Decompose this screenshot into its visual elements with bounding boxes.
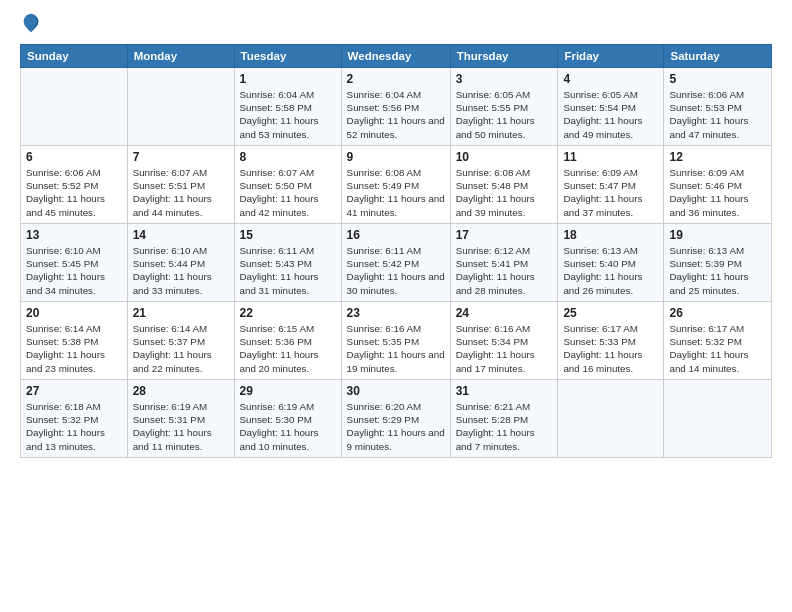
day-number: 1 (240, 72, 336, 86)
day-detail: Sunrise: 6:13 AMSunset: 5:39 PMDaylight:… (669, 244, 766, 297)
day-number: 16 (347, 228, 445, 242)
day-detail: Sunrise: 6:13 AMSunset: 5:40 PMDaylight:… (563, 244, 658, 297)
day-detail: Sunrise: 6:16 AMSunset: 5:34 PMDaylight:… (456, 322, 553, 375)
calendar-cell: 28Sunrise: 6:19 AMSunset: 5:31 PMDayligh… (127, 380, 234, 458)
calendar-cell: 24Sunrise: 6:16 AMSunset: 5:34 PMDayligh… (450, 302, 558, 380)
day-detail: Sunrise: 6:12 AMSunset: 5:41 PMDaylight:… (456, 244, 553, 297)
day-detail: Sunrise: 6:05 AMSunset: 5:55 PMDaylight:… (456, 88, 553, 141)
day-number: 23 (347, 306, 445, 320)
calendar-week-3: 13Sunrise: 6:10 AMSunset: 5:45 PMDayligh… (21, 224, 772, 302)
day-number: 12 (669, 150, 766, 164)
weekday-header-monday: Monday (127, 45, 234, 68)
day-number: 3 (456, 72, 553, 86)
weekday-header-tuesday: Tuesday (234, 45, 341, 68)
header (20, 16, 772, 34)
day-detail: Sunrise: 6:05 AMSunset: 5:54 PMDaylight:… (563, 88, 658, 141)
calendar-cell: 12Sunrise: 6:09 AMSunset: 5:46 PMDayligh… (664, 146, 772, 224)
day-detail: Sunrise: 6:08 AMSunset: 5:49 PMDaylight:… (347, 166, 445, 219)
calendar-cell: 21Sunrise: 6:14 AMSunset: 5:37 PMDayligh… (127, 302, 234, 380)
day-detail: Sunrise: 6:07 AMSunset: 5:51 PMDaylight:… (133, 166, 229, 219)
day-detail: Sunrise: 6:14 AMSunset: 5:37 PMDaylight:… (133, 322, 229, 375)
day-number: 20 (26, 306, 122, 320)
calendar-cell: 29Sunrise: 6:19 AMSunset: 5:30 PMDayligh… (234, 380, 341, 458)
day-detail: Sunrise: 6:11 AMSunset: 5:43 PMDaylight:… (240, 244, 336, 297)
calendar-cell (21, 68, 128, 146)
calendar-cell: 2Sunrise: 6:04 AMSunset: 5:56 PMDaylight… (341, 68, 450, 146)
calendar-cell (127, 68, 234, 146)
day-number: 29 (240, 384, 336, 398)
day-number: 15 (240, 228, 336, 242)
logo (20, 16, 44, 34)
calendar-week-1: 1Sunrise: 6:04 AMSunset: 5:58 PMDaylight… (21, 68, 772, 146)
calendar-cell: 19Sunrise: 6:13 AMSunset: 5:39 PMDayligh… (664, 224, 772, 302)
day-detail: Sunrise: 6:09 AMSunset: 5:47 PMDaylight:… (563, 166, 658, 219)
calendar-cell: 11Sunrise: 6:09 AMSunset: 5:47 PMDayligh… (558, 146, 664, 224)
day-detail: Sunrise: 6:10 AMSunset: 5:45 PMDaylight:… (26, 244, 122, 297)
day-detail: Sunrise: 6:04 AMSunset: 5:58 PMDaylight:… (240, 88, 336, 141)
calendar-cell: 16Sunrise: 6:11 AMSunset: 5:42 PMDayligh… (341, 224, 450, 302)
calendar-cell: 23Sunrise: 6:16 AMSunset: 5:35 PMDayligh… (341, 302, 450, 380)
day-detail: Sunrise: 6:16 AMSunset: 5:35 PMDaylight:… (347, 322, 445, 375)
day-detail: Sunrise: 6:11 AMSunset: 5:42 PMDaylight:… (347, 244, 445, 297)
day-detail: Sunrise: 6:14 AMSunset: 5:38 PMDaylight:… (26, 322, 122, 375)
day-number: 8 (240, 150, 336, 164)
day-number: 11 (563, 150, 658, 164)
day-number: 19 (669, 228, 766, 242)
calendar-cell: 8Sunrise: 6:07 AMSunset: 5:50 PMDaylight… (234, 146, 341, 224)
day-number: 24 (456, 306, 553, 320)
day-number: 31 (456, 384, 553, 398)
weekday-header-wednesday: Wednesday (341, 45, 450, 68)
day-detail: Sunrise: 6:08 AMSunset: 5:48 PMDaylight:… (456, 166, 553, 219)
calendar-week-4: 20Sunrise: 6:14 AMSunset: 5:38 PMDayligh… (21, 302, 772, 380)
calendar-cell: 18Sunrise: 6:13 AMSunset: 5:40 PMDayligh… (558, 224, 664, 302)
day-number: 6 (26, 150, 122, 164)
weekday-header-thursday: Thursday (450, 45, 558, 68)
day-detail: Sunrise: 6:19 AMSunset: 5:31 PMDaylight:… (133, 400, 229, 453)
day-detail: Sunrise: 6:07 AMSunset: 5:50 PMDaylight:… (240, 166, 336, 219)
page: SundayMondayTuesdayWednesdayThursdayFrid… (0, 0, 792, 612)
calendar-cell: 1Sunrise: 6:04 AMSunset: 5:58 PMDaylight… (234, 68, 341, 146)
calendar-week-5: 27Sunrise: 6:18 AMSunset: 5:32 PMDayligh… (21, 380, 772, 458)
calendar-cell: 5Sunrise: 6:06 AMSunset: 5:53 PMDaylight… (664, 68, 772, 146)
day-number: 2 (347, 72, 445, 86)
calendar-header-row: SundayMondayTuesdayWednesdayThursdayFrid… (21, 45, 772, 68)
day-number: 7 (133, 150, 229, 164)
calendar-cell: 15Sunrise: 6:11 AMSunset: 5:43 PMDayligh… (234, 224, 341, 302)
day-number: 30 (347, 384, 445, 398)
day-detail: Sunrise: 6:04 AMSunset: 5:56 PMDaylight:… (347, 88, 445, 141)
day-detail: Sunrise: 6:17 AMSunset: 5:32 PMDaylight:… (669, 322, 766, 375)
calendar-cell: 31Sunrise: 6:21 AMSunset: 5:28 PMDayligh… (450, 380, 558, 458)
logo-icon (20, 12, 42, 34)
day-number: 10 (456, 150, 553, 164)
calendar-cell: 9Sunrise: 6:08 AMSunset: 5:49 PMDaylight… (341, 146, 450, 224)
day-detail: Sunrise: 6:20 AMSunset: 5:29 PMDaylight:… (347, 400, 445, 453)
calendar-week-2: 6Sunrise: 6:06 AMSunset: 5:52 PMDaylight… (21, 146, 772, 224)
day-number: 27 (26, 384, 122, 398)
day-detail: Sunrise: 6:19 AMSunset: 5:30 PMDaylight:… (240, 400, 336, 453)
weekday-header-saturday: Saturday (664, 45, 772, 68)
day-number: 4 (563, 72, 658, 86)
calendar-cell: 14Sunrise: 6:10 AMSunset: 5:44 PMDayligh… (127, 224, 234, 302)
day-number: 17 (456, 228, 553, 242)
day-detail: Sunrise: 6:09 AMSunset: 5:46 PMDaylight:… (669, 166, 766, 219)
calendar-cell (664, 380, 772, 458)
calendar-cell: 22Sunrise: 6:15 AMSunset: 5:36 PMDayligh… (234, 302, 341, 380)
day-number: 13 (26, 228, 122, 242)
day-number: 14 (133, 228, 229, 242)
day-detail: Sunrise: 6:18 AMSunset: 5:32 PMDaylight:… (26, 400, 122, 453)
day-detail: Sunrise: 6:15 AMSunset: 5:36 PMDaylight:… (240, 322, 336, 375)
calendar-cell: 26Sunrise: 6:17 AMSunset: 5:32 PMDayligh… (664, 302, 772, 380)
calendar: SundayMondayTuesdayWednesdayThursdayFrid… (20, 44, 772, 458)
day-number: 25 (563, 306, 658, 320)
day-detail: Sunrise: 6:17 AMSunset: 5:33 PMDaylight:… (563, 322, 658, 375)
calendar-cell: 7Sunrise: 6:07 AMSunset: 5:51 PMDaylight… (127, 146, 234, 224)
day-number: 18 (563, 228, 658, 242)
day-number: 22 (240, 306, 336, 320)
day-number: 26 (669, 306, 766, 320)
calendar-cell: 20Sunrise: 6:14 AMSunset: 5:38 PMDayligh… (21, 302, 128, 380)
calendar-cell: 27Sunrise: 6:18 AMSunset: 5:32 PMDayligh… (21, 380, 128, 458)
calendar-cell: 25Sunrise: 6:17 AMSunset: 5:33 PMDayligh… (558, 302, 664, 380)
day-detail: Sunrise: 6:06 AMSunset: 5:52 PMDaylight:… (26, 166, 122, 219)
day-detail: Sunrise: 6:06 AMSunset: 5:53 PMDaylight:… (669, 88, 766, 141)
calendar-cell: 17Sunrise: 6:12 AMSunset: 5:41 PMDayligh… (450, 224, 558, 302)
